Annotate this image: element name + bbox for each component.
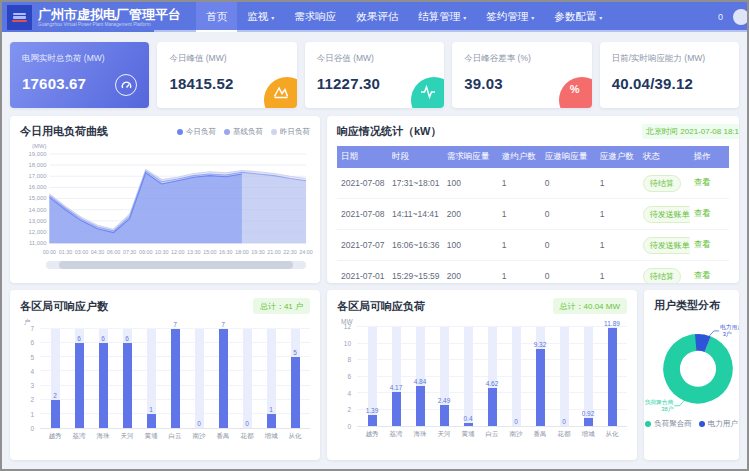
nav-item-contract[interactable]: 签约管理▾: [476, 2, 544, 32]
bar-track: [243, 329, 252, 428]
nav-item-label: 效果评估: [356, 10, 398, 24]
svg-text:12:00: 12:00: [171, 249, 184, 255]
legend-item-1[interactable]: 基线负荷: [224, 127, 263, 137]
x-tick-label: 南沙: [506, 430, 526, 439]
x-tick-label: 从化: [285, 432, 305, 441]
cell-date: 2021-07-07: [337, 230, 388, 261]
x-tick-label: 黄埔: [141, 432, 161, 441]
svg-text:19,000: 19,000: [28, 151, 47, 157]
view-link[interactable]: 查看: [694, 270, 711, 280]
bar-value-label: 9.32: [525, 341, 555, 348]
svg-text:06:00: 06:00: [107, 249, 120, 255]
x-tick-label: 海珠: [93, 432, 113, 441]
bar-value-label: 0: [549, 418, 579, 425]
column-header: 日期: [337, 146, 388, 168]
svg-text:13:30: 13:30: [187, 249, 200, 255]
cell-action: 查看: [690, 261, 729, 284]
bar-fill: [536, 349, 545, 426]
response-stats-title: 响应情况统计（kW）: [337, 124, 442, 139]
nav-item-label: 首页: [206, 10, 227, 24]
bar-fill: [416, 386, 425, 426]
svg-text:09:00: 09:00: [139, 249, 152, 255]
kpi-card-peak-valley-rate[interactable]: 今日峰谷差率 (%)39.03%: [452, 42, 591, 108]
kpi-value: 40.04/39.12: [612, 75, 727, 92]
nav-item-settlement[interactable]: 结算管理▾: [408, 2, 476, 32]
column-header: 时段: [388, 146, 443, 168]
x-tick-label: 黄埔: [458, 430, 478, 439]
district-users-panel: 各区局可响应户数 总计：41 户 户 01234567 26661707015 …: [10, 290, 320, 460]
y-tick-label: 4: [30, 368, 34, 375]
bar-fill: [608, 328, 617, 426]
bar-海珠: 6: [96, 329, 110, 428]
bar-value-label: 0: [184, 420, 214, 427]
nav-item-label: 参数配置: [554, 10, 596, 24]
svg-text:17,000: 17,000: [28, 173, 47, 179]
legend-item-0[interactable]: 负荷聚合商: [645, 419, 692, 429]
legend-item-0[interactable]: 今日负荷: [177, 127, 216, 137]
x-tick-label: 花都: [554, 430, 574, 439]
chevron-down-icon: ▾: [271, 14, 274, 21]
x-tick-label: 白云: [482, 430, 502, 439]
nav-underline: [154, 30, 747, 32]
x-tick-label: 天河: [117, 432, 137, 441]
kpi-card-realtime-total-load[interactable]: 电网实时总负荷 (MW)17603.67: [10, 42, 149, 108]
percent-icon: %: [570, 83, 580, 95]
zoom-slider-handle[interactable]: [59, 261, 293, 269]
table-row: 2021-07-0115:29~15:59200101待结算查看: [337, 261, 729, 284]
gauge-icon: [115, 74, 137, 96]
chart-zoom-slider[interactable]: [46, 261, 306, 269]
kpi-card-today-valley[interactable]: 今日谷值 (MW)11227.30: [305, 42, 444, 108]
bar-fill: [123, 343, 132, 428]
nav-item-parameters[interactable]: 参数配置▾: [544, 2, 612, 32]
legend-dot: [271, 129, 277, 135]
cell-demand: 100: [443, 230, 498, 261]
cell-accepted_users: 1: [596, 230, 639, 261]
bar-越秀: 2: [48, 329, 62, 428]
legend-item-1[interactable]: 电力用户: [699, 419, 738, 429]
kpi-card-today-peak[interactable]: 今日峰值 (MW)18415.52: [157, 42, 296, 108]
cell-demand: 100: [443, 168, 498, 199]
notification-count[interactable]: 0: [718, 12, 723, 22]
bar-fill: [368, 415, 377, 426]
view-link[interactable]: 查看: [694, 239, 711, 249]
nav-item-monitor[interactable]: 监视▾: [237, 2, 284, 32]
nav-item-demand-response[interactable]: 需求响应: [284, 2, 346, 32]
bar-value-label: 2.49: [429, 397, 459, 404]
svg-text:10:30: 10:30: [155, 249, 168, 255]
logo[interactable]: [7, 5, 32, 30]
svg-text:00:00: 00:00: [43, 249, 56, 255]
district-load-chart: 024681012 1.394.174.842.490.44.6209.3200…: [337, 327, 627, 427]
user-type-donut: 电力用户3户负荷聚合商38户: [654, 323, 739, 411]
cell-action: 查看: [690, 199, 729, 230]
bar-从化: 5: [288, 329, 302, 428]
app-title: 广州市虚拟电厂管理平台: [38, 8, 182, 21]
bar-荔湾: 6: [72, 329, 86, 428]
bar-白云: 7: [168, 329, 182, 428]
kpi-card-response-capability[interactable]: 日前/实时响应能力 (MW)40.04/39.12: [600, 42, 739, 108]
svg-text:38户: 38户: [661, 406, 673, 412]
nav-item-label: 签约管理: [486, 10, 528, 24]
y-tick-label: 2: [30, 396, 34, 403]
view-link[interactable]: 查看: [694, 177, 711, 187]
top-navbar: 广州市虚拟电厂管理平台 Guangzhou Virtual Power Plan…: [2, 2, 747, 32]
view-link[interactable]: 查看: [694, 208, 711, 218]
legend-item-2[interactable]: 昨日负荷: [271, 127, 310, 137]
status-badge: 待结算: [643, 268, 681, 284]
cell-date: 2021-07-08: [337, 199, 388, 230]
svg-text:(MW): (MW): [32, 143, 46, 149]
svg-text:19:30: 19:30: [251, 249, 264, 255]
nav-item-home[interactable]: 首页: [196, 2, 237, 32]
y-tick-label: 12: [344, 323, 351, 330]
cell-date: 2021-07-08: [337, 168, 388, 199]
svg-text:15:00: 15:00: [203, 249, 216, 255]
bar-天河: 6: [120, 329, 134, 428]
bar-value-label: 1.39: [357, 407, 387, 414]
district-load-title: 各区局可响应负荷: [337, 299, 425, 314]
svg-text:15,000: 15,000: [28, 195, 47, 201]
user-avatar[interactable]: [733, 9, 747, 25]
response-table: 日期时段需求响应量邀约户数应邀响应量应邀户数状态操作 2021-07-0817:…: [337, 146, 729, 283]
x-tick-label: 增城: [578, 430, 598, 439]
nav-item-effect-evaluation[interactable]: 效果评估: [346, 2, 408, 32]
chevron-down-icon: ▾: [531, 14, 534, 21]
x-tick-label: 番禺: [530, 430, 550, 439]
